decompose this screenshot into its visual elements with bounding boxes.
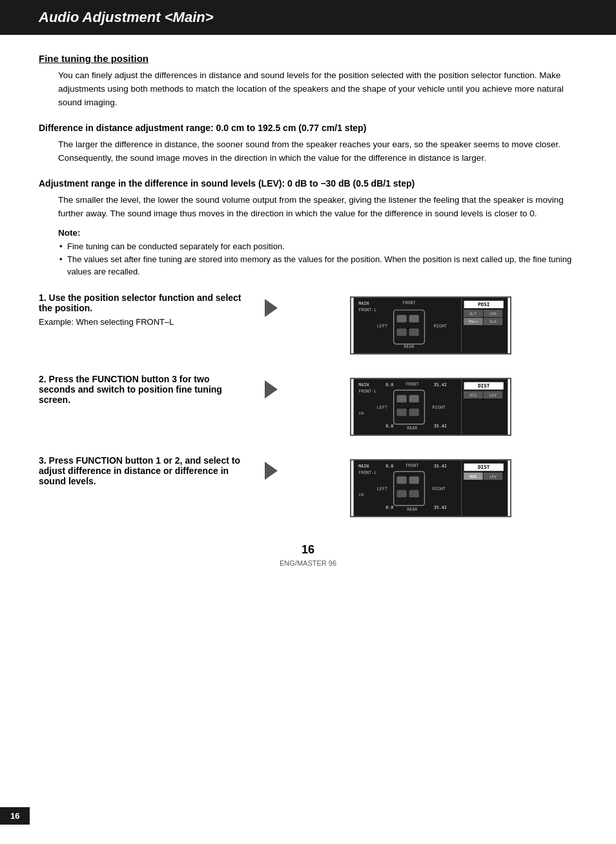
- svg-text:REAR: REAR: [404, 344, 415, 349]
- svg-text:cm: cm: [358, 411, 364, 416]
- svg-text:0.0: 0.0: [385, 504, 393, 509]
- svg-text:DIS: DIS: [470, 393, 477, 397]
- page-title: Audio Adjustment <Main>: [39, 9, 577, 26]
- sound-levels-heading: Adjustment range in the difference in so…: [39, 178, 577, 189]
- svg-rect-63: [396, 490, 406, 497]
- svg-text:REAR: REAR: [407, 426, 418, 431]
- step-1-screen: MAIN FRONT-L FRONT LEFT RIGHT REAR: [284, 293, 577, 355]
- note-item-2: The values set after fine tuning are sto…: [58, 253, 577, 278]
- svg-text:RIGHT: RIGHT: [433, 405, 446, 410]
- svg-rect-40: [409, 409, 419, 416]
- svg-text:POSI: POSI: [478, 302, 489, 307]
- step-1-arrow: [258, 293, 284, 317]
- svg-rect-39: [396, 409, 406, 416]
- svg-text:35.42: 35.42: [434, 423, 447, 428]
- step-2: 2. Press the FUNCTION button 3 for two s…: [39, 374, 577, 436]
- note-section: Note: Fine tuning can be conducted separ…: [58, 228, 577, 278]
- svg-text:B/T: B/T: [470, 312, 477, 316]
- svg-text:MAIN: MAIN: [358, 301, 369, 306]
- step-3-screen: MAIN FRONT-L cm 0.0 35.42 0.0 35.42 FRON…: [284, 455, 577, 517]
- step-2-text: 2. Press the FUNCTION button 3 for two s…: [39, 374, 258, 407]
- svg-text:CPO: CPO: [489, 312, 497, 316]
- svg-text:0.0: 0.0: [385, 464, 393, 469]
- dist2-screen-svg: MAIN FRONT-L cm 0.0 35.42 0.0 35.42 FRON…: [350, 459, 511, 517]
- posi-screen-svg: MAIN FRONT-L FRONT LEFT RIGHT REAR: [350, 296, 511, 355]
- footer-text: ENG/MASTER 96: [39, 559, 577, 567]
- svg-text:LEV: LEV: [489, 393, 497, 397]
- note-item-1: Fine tuning can be conducted separately …: [58, 240, 577, 253]
- svg-rect-64: [409, 490, 419, 497]
- svg-rect-37: [396, 395, 406, 402]
- step-1-text: 1. Use the position selector function an…: [39, 293, 258, 327]
- svg-text:cm: cm: [358, 492, 364, 497]
- svg-text:REAR: REAR: [407, 507, 418, 512]
- svg-text:FRONT: FRONT: [403, 300, 416, 305]
- svg-rect-62: [409, 477, 419, 484]
- step-2-title: 2. Press the FUNCTION button 3 for two s…: [39, 374, 245, 405]
- svg-rect-9: [396, 315, 406, 322]
- arrow-icon-3: [265, 462, 278, 480]
- svg-text:FRONT-L: FRONT-L: [358, 389, 376, 394]
- page-badge: 16: [0, 807, 30, 825]
- svg-text:LEV: LEV: [489, 475, 497, 479]
- header-banner: Audio Adjustment <Main>: [0, 0, 616, 35]
- svg-text:35.42: 35.42: [434, 464, 447, 469]
- fine-tuning-heading: Fine tuning the position: [39, 53, 577, 64]
- svg-text:SLA: SLA: [489, 320, 497, 324]
- svg-rect-11: [396, 329, 406, 336]
- svg-text:MAIN: MAIN: [358, 464, 369, 469]
- svg-text:FRONT: FRONT: [406, 382, 418, 387]
- page-number-bottom: 16: [39, 543, 577, 557]
- step-2-screen: MAIN FRONT-L cm 0.0 35.42 0.0 35.42 FRON…: [284, 374, 577, 436]
- arrow-icon-2: [265, 380, 278, 398]
- svg-text:RIGHT: RIGHT: [433, 486, 446, 491]
- sound-levels-body: The smaller the level, the lower the sou…: [58, 194, 577, 221]
- step-1-example: Example: When selecting FRONT–L: [39, 317, 245, 327]
- svg-text:0.0: 0.0: [385, 423, 393, 428]
- step-3: 3. Press FUNCTION button 1 or 2, and sel…: [39, 455, 577, 517]
- svg-text:LEFT: LEFT: [377, 405, 387, 410]
- fine-tuning-section: Fine tuning the position You can finely …: [39, 53, 577, 110]
- sound-levels-section: Adjustment range in the difference in so…: [39, 178, 577, 221]
- step-3-arrow: [258, 455, 284, 480]
- svg-text:PS++: PS++: [469, 320, 478, 324]
- svg-rect-38: [409, 395, 419, 402]
- svg-text:DIST: DIST: [478, 383, 490, 389]
- svg-text:35.42: 35.42: [434, 504, 447, 509]
- svg-rect-61: [396, 477, 406, 484]
- svg-text:MAIN: MAIN: [358, 382, 369, 387]
- svg-text:LEFT: LEFT: [377, 486, 387, 491]
- svg-text:LEFT: LEFT: [377, 324, 387, 329]
- distance-adjustment-section: Difference in distance adjustment range:…: [39, 123, 577, 165]
- svg-rect-12: [409, 329, 419, 336]
- svg-text:FRONT: FRONT: [406, 463, 418, 468]
- fine-tuning-body: You can finely adjust the differences in…: [58, 69, 577, 110]
- svg-text:RIGHT: RIGHT: [434, 324, 447, 329]
- step-1: 1. Use the position selector function an…: [39, 293, 577, 355]
- distance-heading: Difference in distance adjustment range:…: [39, 123, 577, 133]
- step-2-arrow: [258, 374, 284, 398]
- dist-screen-svg: MAIN FRONT-L cm 0.0 35.42 0.0 35.42 FRON…: [350, 378, 511, 436]
- step-3-text: 3. Press FUNCTION button 1 or 2, and sel…: [39, 455, 258, 489]
- svg-text:DIS: DIS: [470, 475, 477, 479]
- svg-text:FRONT-L: FRONT-L: [358, 307, 376, 313]
- distance-body: The larger the difference in distance, t…: [58, 138, 577, 165]
- arrow-icon: [265, 299, 278, 317]
- page-container: Audio Adjustment <Main> Fine tuning the …: [0, 0, 616, 844]
- note-title: Note:: [58, 228, 577, 238]
- step-3-title: 3. Press FUNCTION button 1 or 2, and sel…: [39, 455, 245, 486]
- svg-rect-10: [409, 315, 419, 322]
- svg-text:FRONT-L: FRONT-L: [358, 470, 376, 475]
- svg-text:35.42: 35.42: [434, 382, 447, 387]
- svg-text:DIST: DIST: [478, 464, 490, 470]
- svg-text:0.0: 0.0: [385, 382, 393, 387]
- step-1-title: 1. Use the position selector function an…: [39, 293, 245, 313]
